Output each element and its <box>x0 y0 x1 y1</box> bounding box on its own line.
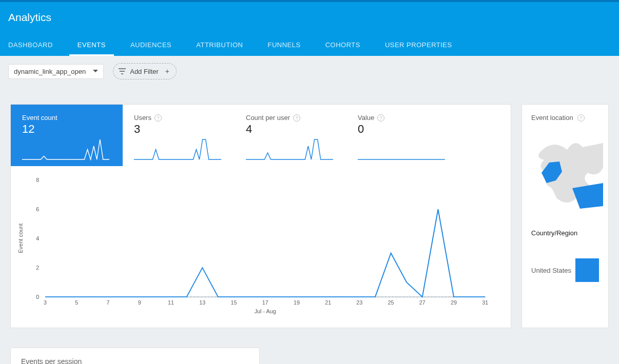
metric-label: Count per user <box>246 114 290 122</box>
svg-text:31: 31 <box>482 299 488 306</box>
metric-value: 4 <box>246 123 336 136</box>
metric-label: Value <box>358 114 374 122</box>
main-chart: Event count 0246835791113151719212325272… <box>11 166 511 328</box>
svg-text:6: 6 <box>36 206 39 212</box>
tab-audiences[interactable]: AUDIENCES <box>118 34 184 56</box>
world-map[interactable] <box>531 132 599 214</box>
help-icon[interactable]: ? <box>293 114 300 122</box>
svg-text:21: 21 <box>325 299 331 306</box>
svg-text:29: 29 <box>451 299 457 306</box>
metric-row: Event count 12 Users? 3 Count per user? … <box>11 105 511 166</box>
svg-text:4: 4 <box>36 235 39 241</box>
add-filter-label: Add Filter <box>130 68 159 75</box>
svg-text:27: 27 <box>419 299 425 306</box>
y-axis-label: Event count <box>17 223 24 253</box>
metric-tile-value[interactable]: Value? 0 <box>346 105 458 166</box>
metric-label: Users <box>134 114 151 122</box>
metric-label: Event count <box>22 114 57 122</box>
location-row-label: United States <box>531 267 571 274</box>
event-picker[interactable]: dynamic_link_app_open <box>8 64 104 79</box>
svg-text:8: 8 <box>36 177 39 183</box>
chevron-down-icon <box>93 70 98 73</box>
filter-icon <box>119 68 126 74</box>
tab-dashboard[interactable]: DASHBOARD <box>8 34 65 56</box>
event-location-card: Event location ? Country/Region United S… <box>521 104 609 328</box>
secondary-card-title: Events per session <box>21 357 82 364</box>
metric-value: 3 <box>134 123 224 136</box>
location-row[interactable]: United States <box>531 258 599 282</box>
svg-text:17: 17 <box>262 299 268 306</box>
sparkline-users <box>134 137 221 161</box>
svg-text:3: 3 <box>44 299 47 306</box>
tab-attribution[interactable]: ATTRIBUTION <box>184 34 255 56</box>
tab-events[interactable]: EVENTS <box>65 34 118 56</box>
metric-tile-users[interactable]: Users? 3 <box>123 105 235 166</box>
side-card-title: Event location <box>531 114 573 122</box>
metric-tile-count-per-user[interactable]: Count per user? 4 <box>235 105 346 166</box>
filter-bar: dynamic_link_app_open Add Filter + <box>0 56 619 79</box>
line-chart-svg: 0246835791113151719212325272931Jul - Aug <box>15 175 495 318</box>
location-table-header: Country/Region <box>531 229 599 237</box>
event-picker-label: dynamic_link_app_open <box>14 68 86 75</box>
location-row-bar <box>575 258 599 282</box>
svg-text:13: 13 <box>199 299 205 306</box>
svg-text:7: 7 <box>107 299 110 306</box>
sparkline-count-per-user <box>246 137 333 161</box>
svg-text:0: 0 <box>36 294 39 300</box>
tab-user-properties[interactable]: USER PROPERTIES <box>373 34 465 56</box>
metric-value: 12 <box>22 123 112 136</box>
help-icon[interactable]: ? <box>377 114 384 122</box>
svg-text:Jul - Aug: Jul - Aug <box>255 308 276 314</box>
svg-text:11: 11 <box>168 299 174 306</box>
metric-tile-event-count[interactable]: Event count 12 <box>11 105 123 166</box>
svg-text:19: 19 <box>294 299 300 306</box>
svg-text:23: 23 <box>356 299 362 306</box>
plus-icon: + <box>163 67 172 76</box>
main-card: Event count 12 Users? 3 Count per user? … <box>10 104 511 328</box>
nav-tabs: DASHBOARD EVENTS AUDIENCES ATTRIBUTION F… <box>8 34 611 56</box>
help-icon[interactable]: ? <box>154 114 162 122</box>
tab-funnels[interactable]: FUNNELS <box>255 34 313 56</box>
sparkline-value <box>358 137 445 161</box>
sparkline-event-count <box>22 137 109 161</box>
metric-value: 0 <box>358 123 448 136</box>
svg-text:9: 9 <box>138 299 141 306</box>
svg-text:5: 5 <box>75 299 78 306</box>
events-per-session-card: Events per session <box>10 348 260 364</box>
page-header: Analytics DASHBOARD EVENTS AUDIENCES ATT… <box>0 2 619 56</box>
help-icon[interactable]: ? <box>577 114 585 122</box>
content-row: Event count 12 Users? 3 Count per user? … <box>0 79 619 338</box>
svg-text:25: 25 <box>388 299 394 306</box>
svg-text:2: 2 <box>36 265 39 271</box>
page-title: Analytics <box>8 11 611 24</box>
add-filter-chip[interactable]: Add Filter + <box>113 63 177 79</box>
svg-text:15: 15 <box>230 299 237 306</box>
tab-cohorts[interactable]: COHORTS <box>313 34 373 56</box>
